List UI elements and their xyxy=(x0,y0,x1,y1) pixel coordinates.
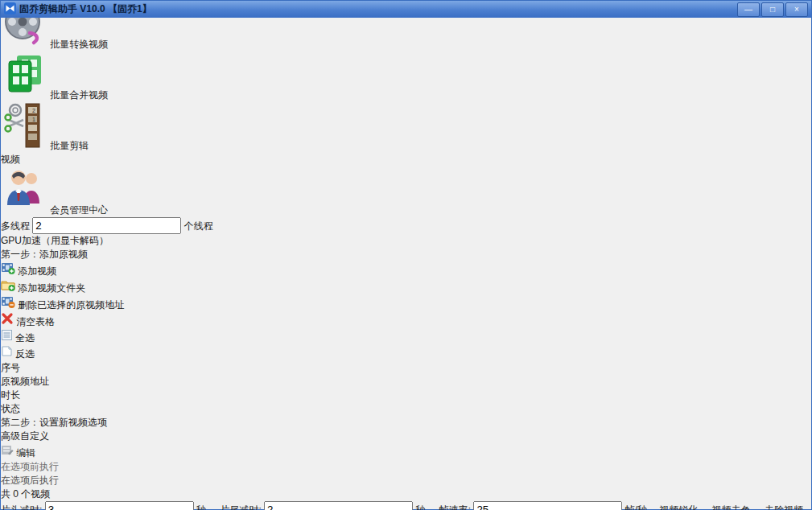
add-video-icon xyxy=(1,265,18,277)
tool-batch-edit-video[interactable]: 2 1 批量剪辑视频 xyxy=(1,102,97,167)
options-row-1: 片头减时: 秒 片尾减时: 秒 帧速率: 帧/秒 视频锐化 视频去色 去除视频声… xyxy=(1,501,811,510)
film-reel-icon xyxy=(1,39,50,50)
tail-trim-label: 片尾减时: xyxy=(220,504,261,510)
invert-select-button[interactable]: 反选 xyxy=(1,345,811,361)
clear-table-button[interactable]: 清空表格 xyxy=(1,312,811,329)
edit-button[interactable]: 编辑 xyxy=(1,443,811,460)
gpu-accel-label: GPU加速（用显卡解码） xyxy=(1,235,109,246)
clear-x-icon xyxy=(1,316,16,327)
main-toolbar: 批量转换视频 批量合并视频 xyxy=(1,1,811,248)
step1-bar: 第一步：添加原视频 添加视频 添加视频文件夹 删除已选择的原视频地址 清空表格 xyxy=(1,248,811,361)
add-video-button[interactable]: 添加视频 xyxy=(1,261,811,278)
close-button[interactable]: × xyxy=(785,2,808,17)
members-icon xyxy=(1,204,50,216)
advanced-custom-checkbox[interactable]: 高级自定义 xyxy=(1,430,811,443)
framerate-unit: 帧/秒 xyxy=(625,504,647,510)
video-count-text: 共 0 个视频 xyxy=(1,488,50,500)
delete-selected-label: 删除已选择的原视频地址 xyxy=(18,299,124,311)
toolbar-options: 多线程 个线程 GPU加速（用显卡解码） xyxy=(1,217,811,248)
table-header-row: 序号 原视频地址 时长 状态 xyxy=(1,361,811,416)
execute-before-radio[interactable]: 在选项前执行 xyxy=(1,460,811,474)
window-title: 固乔剪辑助手 V10.0 【固乔1】 xyxy=(19,2,152,16)
execute-after-radio[interactable]: 在选项后执行 xyxy=(1,474,811,487)
tool-batch-merge-video[interactable]: 批量合并视频 xyxy=(1,51,811,102)
framerate-label: 帧速率: xyxy=(439,504,471,510)
tool-label: 批量转换视频 xyxy=(50,39,108,50)
tool-label: 批量合并视频 xyxy=(50,89,108,101)
tool-label: 会员管理中心 xyxy=(50,204,108,216)
select-all-label: 全选 xyxy=(15,332,35,343)
column-header-duration[interactable]: 时长 xyxy=(1,389,811,402)
filmstrip-scissors-icon: 2 1 xyxy=(1,140,50,151)
invert-select-doc-icon xyxy=(1,348,15,360)
advanced-custom-label: 高级自定义 xyxy=(1,430,49,442)
titlebar: 固乔剪辑助手 V10.0 【固乔1】 — □ × xyxy=(1,1,811,18)
step2-title: 第二步：设置新视频选项 xyxy=(1,416,811,430)
decolor-label: 视频去色 xyxy=(712,504,751,510)
step2-bar: 第二步：设置新视频选项 高级自定义 编辑 在选项前执行 在选项后执行 共 0 个… xyxy=(1,416,811,501)
framerate-input[interactable] xyxy=(473,501,622,510)
add-video-label: 添加视频 xyxy=(18,265,56,277)
head-trim-unit: 秒 xyxy=(196,504,206,510)
add-video-folder-button[interactable]: 添加视频文件夹 xyxy=(1,278,811,295)
delete-selected-button[interactable]: 删除已选择的原视频地址 xyxy=(1,295,811,312)
options-panel: 片头减时: 秒 片尾减时: 秒 帧速率: 帧/秒 视频锐化 视频去色 去除视频声… xyxy=(1,501,811,510)
delete-video-icon xyxy=(1,299,18,311)
add-video-folder-label: 添加视频文件夹 xyxy=(18,282,85,294)
column-header-index[interactable]: 序号 xyxy=(1,361,811,375)
edit-label: 编辑 xyxy=(16,447,35,459)
clear-table-label: 清空表格 xyxy=(16,316,55,327)
select-all-doc-icon xyxy=(1,332,15,343)
tail-trim-input[interactable] xyxy=(264,501,413,510)
head-trim-label: 片头减时: xyxy=(1,504,42,510)
minimize-button[interactable]: — xyxy=(737,2,760,17)
svg-text:1: 1 xyxy=(32,117,35,122)
add-folder-icon xyxy=(1,282,18,294)
step1-title: 第一步：添加原视频 xyxy=(1,248,811,261)
video-table[interactable]: 序号 原视频地址 时长 状态 xyxy=(1,361,811,416)
thread-count-input[interactable] xyxy=(32,217,181,234)
svg-text:2: 2 xyxy=(32,108,35,113)
invert-select-label: 反选 xyxy=(15,348,35,360)
edit-icon xyxy=(1,447,16,459)
sharpen-label: 视频锐化 xyxy=(659,504,698,510)
tail-trim-unit: 秒 xyxy=(415,504,425,510)
execute-after-label: 在选项后执行 xyxy=(1,475,59,486)
column-header-source-path[interactable]: 原视频地址 xyxy=(1,375,811,389)
maximize-button[interactable]: □ xyxy=(761,2,784,17)
multithread-label: 多线程 xyxy=(1,220,30,232)
execute-before-label: 在选项前执行 xyxy=(1,461,59,472)
merge-blocks-icon xyxy=(1,89,50,101)
app-icon xyxy=(4,2,16,17)
head-trim-input[interactable] xyxy=(45,501,194,510)
tool-member-center[interactable]: 会员管理中心 xyxy=(1,167,811,217)
window-controls: — □ × xyxy=(737,2,808,17)
app-window: 固乔剪辑助手 V10.0 【固乔1】 — □ × 批量转换视频 xyxy=(0,0,812,510)
thread-unit-label: 个线程 xyxy=(184,220,213,232)
select-all-button[interactable]: 全选 xyxy=(1,329,811,345)
column-header-status[interactable]: 状态 xyxy=(1,402,811,416)
